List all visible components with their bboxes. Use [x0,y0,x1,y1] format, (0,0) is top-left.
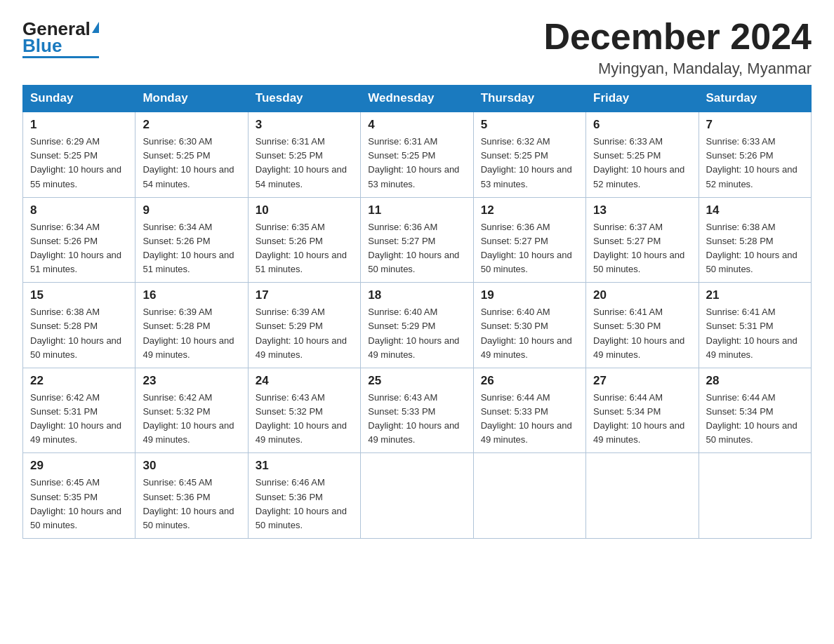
day-number: 31 [256,459,353,473]
calendar-week-row: 22 Sunrise: 6:42 AMSunset: 5:31 PMDaylig… [23,368,812,453]
calendar-cell: 2 Sunrise: 6:30 AMSunset: 5:25 PMDayligh… [135,112,248,197]
day-number: 14 [706,203,804,217]
calendar-cell: 19 Sunrise: 6:40 AMSunset: 5:30 PMDaylig… [473,283,585,368]
day-info: Sunrise: 6:34 AMSunset: 5:26 PMDaylight:… [30,220,128,277]
calendar-cell: 18 Sunrise: 6:40 AMSunset: 5:29 PMDaylig… [361,283,473,368]
calendar-cell: 14 Sunrise: 6:38 AMSunset: 5:28 PMDaylig… [699,197,811,283]
day-info: Sunrise: 6:41 AMSunset: 5:31 PMDaylight:… [706,305,804,362]
day-number: 26 [481,374,578,388]
weekday-header-wednesday: Wednesday [361,86,473,112]
day-number: 5 [481,118,578,132]
day-number: 27 [593,374,691,388]
calendar-cell: 31 Sunrise: 6:46 AMSunset: 5:36 PMDaylig… [248,453,360,539]
calendar-cell: 3 Sunrise: 6:31 AMSunset: 5:25 PMDayligh… [248,112,360,197]
weekday-header-sunday: Sunday [23,86,135,112]
day-number: 6 [593,118,691,132]
calendar-cell: 24 Sunrise: 6:43 AMSunset: 5:32 PMDaylig… [248,368,360,453]
day-number: 21 [706,288,804,302]
calendar-title: December 2024 [543,17,812,57]
day-number: 3 [256,118,353,132]
calendar-cell: 29 Sunrise: 6:45 AMSunset: 5:35 PMDaylig… [23,453,135,539]
calendar-cell: 8 Sunrise: 6:34 AMSunset: 5:26 PMDayligh… [23,197,135,283]
calendar-week-row: 15 Sunrise: 6:38 AMSunset: 5:28 PMDaylig… [23,283,812,368]
calendar-cell: 16 Sunrise: 6:39 AMSunset: 5:28 PMDaylig… [135,283,248,368]
calendar-week-row: 29 Sunrise: 6:45 AMSunset: 5:35 PMDaylig… [23,453,812,539]
calendar-cell: 23 Sunrise: 6:42 AMSunset: 5:32 PMDaylig… [135,368,248,453]
day-info: Sunrise: 6:30 AMSunset: 5:25 PMDaylight:… [143,135,240,192]
day-number: 9 [143,203,240,217]
logo-blue-text: Blue [22,36,62,55]
day-number: 29 [30,459,128,473]
day-info: Sunrise: 6:36 AMSunset: 5:27 PMDaylight:… [481,220,578,277]
calendar-cell: 9 Sunrise: 6:34 AMSunset: 5:26 PMDayligh… [135,197,248,283]
weekday-header-saturday: Saturday [699,86,811,112]
day-info: Sunrise: 6:38 AMSunset: 5:28 PMDaylight:… [30,305,128,362]
day-info: Sunrise: 6:45 AMSunset: 5:35 PMDaylight:… [30,476,128,532]
day-number: 18 [368,288,465,302]
day-info: Sunrise: 6:43 AMSunset: 5:32 PMDaylight:… [256,391,353,448]
day-info: Sunrise: 6:39 AMSunset: 5:29 PMDaylight:… [256,305,353,362]
calendar-cell: 27 Sunrise: 6:44 AMSunset: 5:34 PMDaylig… [586,368,699,453]
day-info: Sunrise: 6:31 AMSunset: 5:25 PMDaylight:… [256,135,353,192]
day-info: Sunrise: 6:42 AMSunset: 5:32 PMDaylight:… [143,391,240,448]
day-number: 23 [143,374,240,388]
logo: General Blue [22,17,99,58]
calendar-cell: 20 Sunrise: 6:41 AMSunset: 5:30 PMDaylig… [586,283,699,368]
day-info: Sunrise: 6:37 AMSunset: 5:27 PMDaylight:… [593,220,691,277]
day-info: Sunrise: 6:41 AMSunset: 5:30 PMDaylight:… [593,305,691,362]
day-info: Sunrise: 6:44 AMSunset: 5:34 PMDaylight:… [593,391,691,448]
calendar-cell: 15 Sunrise: 6:38 AMSunset: 5:28 PMDaylig… [23,283,135,368]
day-info: Sunrise: 6:43 AMSunset: 5:33 PMDaylight:… [368,391,465,448]
weekday-header-monday: Monday [135,86,248,112]
calendar-cell: 10 Sunrise: 6:35 AMSunset: 5:26 PMDaylig… [248,197,360,283]
weekday-header-tuesday: Tuesday [248,86,360,112]
page-header: General Blue December 2024 Myingyan, Man… [22,17,812,78]
calendar-cell: 17 Sunrise: 6:39 AMSunset: 5:29 PMDaylig… [248,283,360,368]
day-number: 7 [706,118,804,132]
day-info: Sunrise: 6:29 AMSunset: 5:25 PMDaylight:… [30,135,128,192]
day-number: 20 [593,288,691,302]
day-number: 28 [706,374,804,388]
day-info: Sunrise: 6:33 AMSunset: 5:26 PMDaylight:… [706,135,804,192]
logo-underline [22,56,99,58]
day-number: 4 [368,118,465,132]
day-number: 13 [593,203,691,217]
calendar-week-row: 1 Sunrise: 6:29 AMSunset: 5:25 PMDayligh… [23,112,812,197]
day-info: Sunrise: 6:36 AMSunset: 5:27 PMDaylight:… [368,220,465,277]
day-number: 1 [30,118,128,132]
day-info: Sunrise: 6:45 AMSunset: 5:36 PMDaylight:… [143,476,240,532]
calendar-cell: 5 Sunrise: 6:32 AMSunset: 5:25 PMDayligh… [473,112,585,197]
logo-triangle-icon [92,22,99,33]
calendar-cell: 1 Sunrise: 6:29 AMSunset: 5:25 PMDayligh… [23,112,135,197]
day-info: Sunrise: 6:31 AMSunset: 5:25 PMDaylight:… [368,135,465,192]
day-number: 30 [143,459,240,473]
day-info: Sunrise: 6:32 AMSunset: 5:25 PMDaylight:… [481,135,578,192]
calendar-week-row: 8 Sunrise: 6:34 AMSunset: 5:26 PMDayligh… [23,197,812,283]
day-number: 8 [30,203,128,217]
calendar-cell [699,453,811,539]
day-number: 15 [30,288,128,302]
calendar-cell: 21 Sunrise: 6:41 AMSunset: 5:31 PMDaylig… [699,283,811,368]
day-info: Sunrise: 6:40 AMSunset: 5:30 PMDaylight:… [481,305,578,362]
calendar-cell: 6 Sunrise: 6:33 AMSunset: 5:25 PMDayligh… [586,112,699,197]
weekday-header-friday: Friday [586,86,699,112]
weekday-header-thursday: Thursday [473,86,585,112]
day-number: 11 [368,203,465,217]
day-info: Sunrise: 6:38 AMSunset: 5:28 PMDaylight:… [706,220,804,277]
weekday-header-row: SundayMondayTuesdayWednesdayThursdayFrid… [23,86,812,112]
day-number: 25 [368,374,465,388]
calendar-cell [586,453,699,539]
calendar-cell: 28 Sunrise: 6:44 AMSunset: 5:34 PMDaylig… [699,368,811,453]
day-info: Sunrise: 6:42 AMSunset: 5:31 PMDaylight:… [30,391,128,448]
calendar-subtitle: Myingyan, Mandalay, Myanmar [543,60,812,78]
calendar-cell [473,453,585,539]
calendar-cell: 11 Sunrise: 6:36 AMSunset: 5:27 PMDaylig… [361,197,473,283]
day-number: 17 [256,288,353,302]
day-number: 24 [256,374,353,388]
calendar-cell: 4 Sunrise: 6:31 AMSunset: 5:25 PMDayligh… [361,112,473,197]
day-number: 16 [143,288,240,302]
day-number: 2 [143,118,240,132]
calendar-table: SundayMondayTuesdayWednesdayThursdayFrid… [22,85,812,539]
day-info: Sunrise: 6:44 AMSunset: 5:34 PMDaylight:… [706,391,804,448]
calendar-cell: 12 Sunrise: 6:36 AMSunset: 5:27 PMDaylig… [473,197,585,283]
